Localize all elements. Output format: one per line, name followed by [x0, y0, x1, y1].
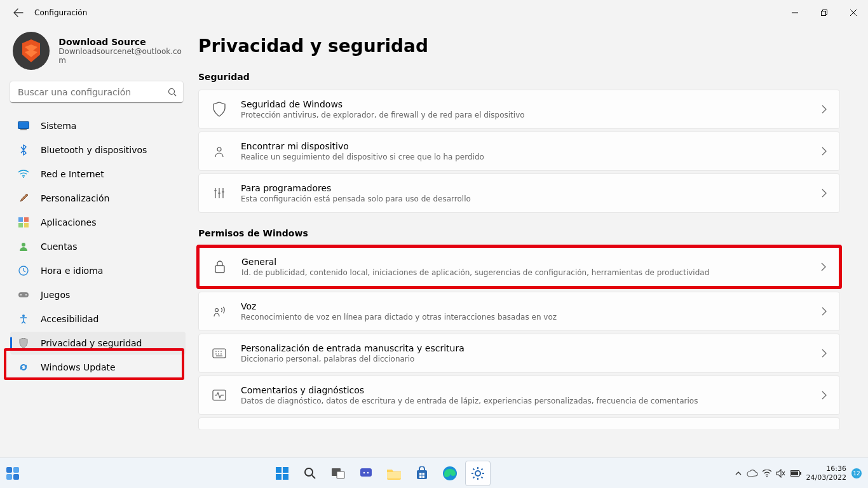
card-voice[interactable]: Voz Reconocimiento de voz en línea para … [198, 292, 840, 331]
svg-point-36 [363, 471, 365, 473]
close-button[interactable] [839, 0, 868, 25]
sidebar-item-aplicaciones[interactable]: Aplicaciones [10, 211, 186, 234]
sidebar-item-update[interactable]: Windows Update [10, 356, 186, 379]
sidebar-item-sistema[interactable]: Sistema [10, 114, 186, 137]
card-windows-security[interactable]: Seguridad de Windows Protección antiviru… [198, 90, 840, 129]
card-find-device[interactable]: Encontrar mi dispositivo Realice un segu… [198, 132, 840, 171]
keyboard-icon [212, 346, 227, 361]
person-icon [18, 241, 29, 252]
svg-rect-48 [800, 472, 801, 475]
notification-badge[interactable]: 12 [851, 468, 862, 478]
card-title: Seguridad de Windows [241, 99, 822, 109]
sidebar-item-bluetooth[interactable]: Bluetooth y dispositivos [10, 139, 186, 161]
windows-start-icon [275, 466, 290, 481]
avatar [13, 32, 50, 70]
taskview-icon [331, 468, 345, 479]
svg-point-16 [25, 294, 27, 295]
svg-point-37 [367, 471, 369, 473]
clock-time: 16:36 [806, 464, 846, 473]
chevron-right-icon [822, 189, 827, 198]
tray-onedrive-icon[interactable] [747, 470, 758, 477]
svg-rect-14 [18, 292, 29, 297]
heartbeat-icon [212, 388, 227, 403]
taskbar-search[interactable] [297, 461, 323, 486]
sidebar-item-red[interactable]: Red e Internet [10, 163, 186, 186]
location-person-icon [212, 144, 227, 159]
svg-rect-9 [24, 217, 29, 222]
svg-point-18 [217, 147, 221, 151]
widgets-icon [6, 466, 20, 480]
taskbar-taskview[interactable] [325, 461, 351, 486]
account-name: Download Source [58, 37, 186, 47]
highlight-annotation-card: General Id. de publicidad, contenido loc… [196, 245, 842, 289]
tray-battery-icon[interactable] [790, 470, 801, 477]
card-sub: Esta configuración está pensada solo par… [241, 194, 822, 203]
chevron-right-icon [822, 349, 827, 358]
card-diagnostics[interactable]: Comentarios y diagnósticos Datos de diag… [198, 376, 840, 415]
sidebar-item-label: Juegos [41, 290, 70, 300]
card-title: General [241, 257, 821, 267]
bluetooth-icon [18, 144, 29, 156]
taskbar-settings[interactable] [465, 461, 491, 486]
maximize-button[interactable] [810, 0, 839, 25]
sidebar-item-accesibilidad[interactable]: Accesibilidad [10, 308, 186, 330]
taskbar-store[interactable] [409, 461, 435, 486]
taskbar-start[interactable] [269, 461, 295, 486]
tray-chevron-up-icon[interactable] [735, 471, 742, 476]
svg-rect-39 [417, 470, 427, 479]
svg-rect-10 [18, 223, 23, 227]
back-button[interactable] [6, 1, 31, 25]
svg-rect-8 [18, 217, 23, 222]
svg-rect-31 [283, 474, 288, 480]
svg-rect-28 [276, 467, 281, 473]
search-input[interactable] [10, 81, 183, 103]
svg-rect-49 [791, 471, 798, 475]
app-title: Configuración [34, 8, 87, 17]
gear-icon [470, 466, 485, 481]
sidebar-item-cuentas[interactable]: Cuentas [10, 235, 186, 258]
account-block[interactable]: Download Source Downloadsourcenet@outloo… [10, 25, 186, 81]
taskbar-widgets[interactable] [0, 461, 25, 486]
edge-icon [442, 466, 458, 481]
tray-volume-icon[interactable] [776, 469, 786, 478]
search-icon [168, 88, 177, 97]
chevron-right-icon [822, 391, 827, 400]
close-icon [850, 10, 857, 16]
tray-wifi-icon[interactable] [762, 470, 772, 477]
sidebar-item-label: Personalización [41, 193, 109, 203]
sidebar-item-personalizacion[interactable]: Personalización [10, 187, 186, 210]
sidebar-item-privacidad[interactable]: Privacidad y seguridad [10, 332, 186, 355]
sidebar-item-juegos[interactable]: Juegos [10, 283, 186, 306]
taskbar: 16:36 24/03/2022 12 [0, 458, 868, 488]
card-sub: Realice un seguimiento del dispositivo s… [241, 152, 822, 161]
search-icon [303, 466, 317, 480]
card-title: Comentarios y diagnósticos [241, 385, 822, 395]
minimize-icon [792, 10, 798, 16]
minimize-button[interactable] [780, 0, 810, 25]
taskbar-explorer[interactable] [381, 461, 407, 486]
svg-rect-20 [215, 266, 224, 273]
svg-rect-41 [423, 473, 425, 475]
card-sub: Datos de diagnóstico, datos de escritura… [241, 396, 822, 405]
card-sub: Reconocimiento de voz en línea para dict… [241, 313, 822, 322]
card-general[interactable]: General Id. de publicidad, contenido loc… [200, 248, 839, 286]
shield-outline-icon [212, 102, 227, 117]
card-inking[interactable]: Personalización de entrada manuscrita y … [198, 334, 840, 373]
sidebar-item-hora[interactable]: Hora e idioma [10, 259, 186, 282]
sidebar: Download Source Downloadsourcenet@outloo… [0, 25, 191, 458]
svg-rect-5 [18, 122, 29, 129]
taskbar-chat[interactable] [353, 461, 379, 486]
section-header-security: Seguridad [198, 72, 840, 82]
card-partial-next[interactable] [198, 417, 840, 430]
svg-point-46 [766, 476, 768, 477]
system-clock[interactable]: 16:36 24/03/2022 [806, 464, 846, 481]
account-email: Downloadsourcenet@outlook.com [58, 47, 186, 65]
card-developers[interactable]: Para programadores Esta configuración es… [198, 173, 840, 213]
tools-icon [212, 186, 227, 201]
nav-list: Sistema Bluetooth y dispositivos Red e I… [10, 114, 186, 379]
svg-point-21 [215, 309, 219, 312]
maximize-icon [821, 10, 827, 16]
taskbar-edge[interactable] [437, 461, 463, 486]
svg-rect-22 [213, 349, 226, 358]
store-icon [415, 466, 429, 480]
